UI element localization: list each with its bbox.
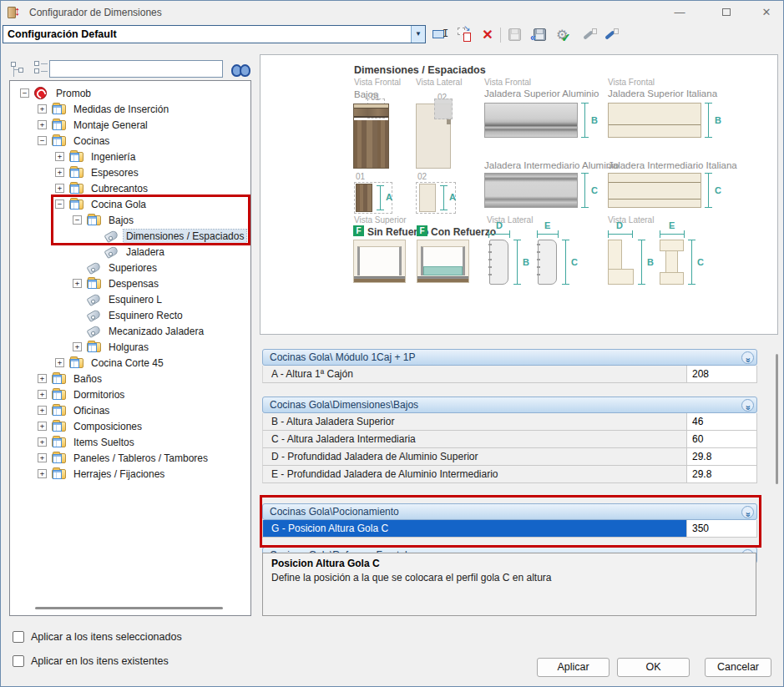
save-icon[interactable] xyxy=(507,27,525,43)
collapse-chevron-icon[interactable]: « xyxy=(741,351,754,364)
expander-toggle[interactable]: + xyxy=(55,152,64,161)
minimize-button[interactable]: — xyxy=(665,4,694,21)
dim-line-D xyxy=(488,230,510,238)
expander-toggle[interactable]: + xyxy=(38,453,47,462)
checkbox-apply-existing[interactable]: Aplicar en los itens existentes xyxy=(13,654,169,668)
param-value-input[interactable]: 29.8 xyxy=(686,448,757,465)
dim-letter-D2: D xyxy=(616,220,623,230)
tree-item[interactable]: +Montaje General xyxy=(10,117,250,133)
apply-gear-icon[interactable]: ⚙✓ xyxy=(555,27,574,43)
collapse-all-icon[interactable] xyxy=(11,61,26,76)
folder-icon xyxy=(52,103,67,116)
panel-header[interactable]: Cocinas Gola\ Módulo 1Caj + 1P« xyxy=(262,349,757,366)
collapse-chevron-icon[interactable]: « xyxy=(741,399,754,412)
refuerzo-band xyxy=(423,266,463,275)
collapse-chevron-icon[interactable]: « xyxy=(741,506,754,518)
cancel-button[interactable]: Cancelar xyxy=(705,658,771,677)
duplicate-config-icon[interactable]: ↘ xyxy=(457,27,475,43)
panel-header[interactable]: Cocinas Gola\Dimensiones\Bajos« xyxy=(262,397,757,413)
expander-toggle[interactable]: + xyxy=(38,469,47,478)
expand-all-icon[interactable] xyxy=(33,61,48,76)
tree-item[interactable]: Mecanizado Jaladera xyxy=(10,323,250,339)
save-config-icon[interactable]: « xyxy=(532,27,550,43)
tree-item[interactable]: Jaladera xyxy=(10,244,250,260)
param-row[interactable]: G - Posicion Altura Gola C350 xyxy=(262,520,757,538)
configuration-combobox[interactable]: Configuración Default ▼ xyxy=(3,25,426,43)
dim-letter-C4: C xyxy=(697,257,704,267)
expander-toggle[interactable]: + xyxy=(55,168,64,177)
tree-item[interactable]: +Holguras xyxy=(10,339,250,355)
rename-config-icon[interactable]: I xyxy=(432,27,450,43)
tree-item[interactable]: +Composiciones xyxy=(10,418,250,434)
tree-item[interactable]: −Cocinas xyxy=(10,133,250,149)
tree-item[interactable]: Dimensiones / Espaciados xyxy=(10,228,250,244)
tree-search-input[interactable] xyxy=(49,60,223,78)
param-row[interactable]: C - Altura Jaladera Intermediaria60 xyxy=(262,431,757,448)
tree-item[interactable]: +Cocina Corte 45 xyxy=(10,355,250,371)
expander-toggle[interactable]: − xyxy=(73,215,82,225)
param-row[interactable]: B - Altura Jaladera Superior46 xyxy=(262,413,757,431)
param-value-input[interactable]: 46 xyxy=(686,413,757,430)
expander-toggle[interactable]: − xyxy=(38,136,47,145)
expander-spacer xyxy=(73,263,82,272)
checkbox-apply-selected[interactable]: Aplicar a los itens seleccionados xyxy=(13,630,182,644)
expander-toggle[interactable]: + xyxy=(38,104,47,114)
search-binoculars-icon[interactable] xyxy=(231,62,248,75)
expander-toggle[interactable]: + xyxy=(38,120,47,129)
expander-toggle[interactable]: + xyxy=(55,184,64,193)
param-row[interactable]: D - Profundidad Jaladera de Aluminio Sup… xyxy=(262,448,757,466)
ita-superior-profile xyxy=(608,103,701,138)
expander-toggle[interactable]: + xyxy=(38,422,47,431)
apply-button[interactable]: Aplicar xyxy=(537,658,609,677)
checkbox-box[interactable] xyxy=(13,655,24,667)
duplicate-arrow: ↘ xyxy=(463,23,470,33)
pick-icon[interactable] xyxy=(602,27,620,43)
close-button[interactable]: ✕ xyxy=(752,4,781,21)
jaladera-sup-alu-label: Jaladera Superior Aluminio xyxy=(484,88,599,99)
tree-item[interactable]: Esquinero Recto xyxy=(10,307,250,323)
expander-toggle[interactable]: − xyxy=(20,88,29,98)
param-value-input[interactable]: 60 xyxy=(686,431,757,447)
tree-item[interactable]: +Items Sueltos xyxy=(10,434,250,450)
tree-item[interactable]: −Promob xyxy=(10,85,250,101)
ok-button[interactable]: OK xyxy=(617,658,690,677)
checkbox-box[interactable] xyxy=(13,631,24,643)
dim-letter-C3: C xyxy=(571,257,578,267)
tree-item[interactable]: +Dormitorios xyxy=(10,386,250,402)
expander-toggle[interactable]: + xyxy=(38,406,47,415)
expander-toggle[interactable]: − xyxy=(55,200,64,209)
tree-item[interactable]: +Medidas de Inserción xyxy=(10,101,250,117)
expander-toggle[interactable]: + xyxy=(38,437,47,447)
expander-toggle[interactable]: + xyxy=(38,374,47,383)
param-row[interactable]: A - Altura 1ª Cajón208 xyxy=(262,366,757,383)
panel-header[interactable]: Cocinas Gola\Pocionamiento« xyxy=(262,503,757,520)
pick-disabled-icon[interactable] xyxy=(580,27,599,43)
dim-letter-C: C xyxy=(591,185,598,195)
tree-item[interactable]: +Espesores xyxy=(10,164,250,180)
tree-item[interactable]: +Baños xyxy=(10,371,250,386)
tree-item[interactable]: +Ingeniería xyxy=(10,149,250,164)
params-vertical-scrollbar[interactable] xyxy=(776,354,778,484)
param-value-input[interactable]: 350 xyxy=(686,520,757,537)
tree-item[interactable]: +Oficinas xyxy=(10,402,250,418)
combo-dropdown-button[interactable]: ▼ xyxy=(411,26,425,43)
tree-item[interactable]: +Despensas xyxy=(10,275,250,291)
expander-toggle[interactable]: + xyxy=(55,358,64,367)
param-row[interactable]: E - Profundidad Jaladera de Aluminio Int… xyxy=(262,466,757,483)
tree-item[interactable]: +Cubrecantos xyxy=(10,180,250,196)
expander-toggle[interactable]: + xyxy=(38,390,47,399)
tree-item[interactable]: Superiores xyxy=(10,260,250,275)
tree-item[interactable]: +Paneles / Tableros / Tambores xyxy=(10,450,250,466)
maximize-button[interactable] xyxy=(712,4,741,21)
tree-item[interactable]: +Herrajes / Fijaciones xyxy=(10,466,250,482)
param-value-input[interactable]: 29.8 xyxy=(686,466,757,482)
delete-config-icon[interactable]: ✕ xyxy=(478,27,497,43)
tree-horizontal-scrollbar[interactable] xyxy=(35,607,223,609)
param-value-input[interactable]: 208 xyxy=(686,366,757,382)
dim-line-B4 xyxy=(638,240,645,285)
expander-toggle[interactable]: + xyxy=(73,342,82,351)
tree-item[interactable]: Esquinero L xyxy=(10,291,250,307)
tree-item[interactable]: −Bajos xyxy=(10,212,250,228)
tree-item[interactable]: −Cocina Gola xyxy=(10,196,250,212)
expander-toggle[interactable]: + xyxy=(73,279,82,288)
